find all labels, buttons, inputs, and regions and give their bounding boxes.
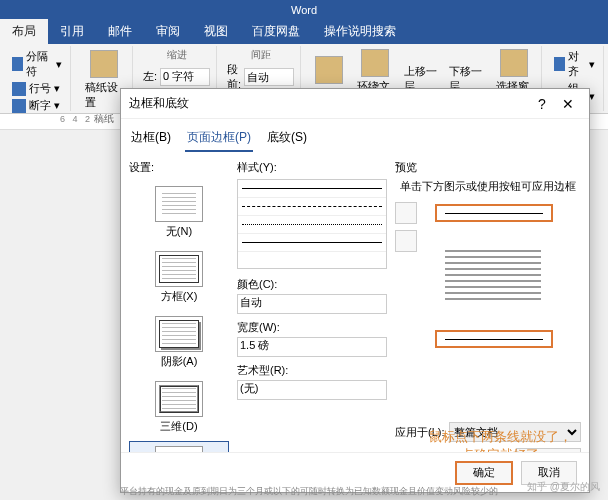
position-icon <box>315 56 343 84</box>
align-icon <box>554 57 565 71</box>
wrap-icon <box>361 49 389 77</box>
preview-header: 预览 <box>395 160 581 175</box>
art-combo[interactable]: (无) <box>237 380 387 400</box>
style-item[interactable] <box>238 198 386 216</box>
setting-box[interactable]: 方框(X) <box>129 246 229 309</box>
setting-3d[interactable]: 三维(D) <box>129 376 229 439</box>
setting-none[interactable]: 无(N) <box>129 181 229 244</box>
indent-group-label: 缩进 <box>143 48 210 62</box>
tab-tell-me[interactable]: 操作说明搜索 <box>312 19 408 44</box>
background-document-text: 平台持有的现金及原到期日为三个月或以下的可随时转换为已知数额现金且价值变动风险较… <box>120 485 498 498</box>
dialog-help-button[interactable]: ? <box>529 91 555 117</box>
preview-caption: 单击下方图示或使用按钮可应用边框 <box>395 179 581 194</box>
preview-text-icon <box>445 250 541 300</box>
annotation: 鼠标点下两条线就没了，点确定就好了 <box>425 428 575 452</box>
align-button[interactable]: 对齐 ▾ <box>552 48 597 80</box>
ribbon-group-breaks: 分隔符 ▾ 行号 ▾ 断字 ▾ <box>4 46 71 111</box>
settings-column: 设置: 无(N) 方框(X) 阴影(A) 三维(D) 自定义(U) <box>129 160 229 444</box>
tab-mail[interactable]: 邮件 <box>96 19 144 44</box>
dialog-body: 设置: 无(N) 方框(X) 阴影(A) 三维(D) 自定义(U) 样式(Y):… <box>121 152 589 452</box>
dialog-tabs: 边框(B) 页面边框(P) 底纹(S) <box>121 119 589 152</box>
paper-icon <box>90 50 118 78</box>
dialog-tab-shading[interactable]: 底纹(S) <box>265 125 309 152</box>
width-label: 宽度(W): <box>237 320 387 335</box>
preview-top-border[interactable] <box>435 204 553 222</box>
separator-button[interactable]: 分隔符 ▾ <box>10 48 64 80</box>
spacing-before-input[interactable] <box>244 68 294 86</box>
art-label: 艺术型(R): <box>237 363 387 378</box>
style-item[interactable] <box>238 234 386 252</box>
width-combo[interactable]: 1.5 磅 <box>237 337 387 357</box>
hyphenation-button[interactable]: 断字 ▾ <box>10 97 64 114</box>
tab-baidu[interactable]: 百度网盘 <box>240 19 312 44</box>
preview-side-buttons <box>395 202 417 352</box>
none-thumb <box>155 186 203 222</box>
spacing-group-label: 间距 <box>227 48 294 62</box>
line-number-button[interactable]: 行号 ▾ <box>10 80 64 97</box>
setting-custom[interactable]: 自定义(U) <box>129 441 229 452</box>
hyphen-icon <box>12 99 26 113</box>
preview-canvas[interactable] <box>421 202 561 352</box>
dialog-tab-border[interactable]: 边框(B) <box>129 125 173 152</box>
style-column: 样式(Y): 颜色(C):自动 宽度(W):1.5 磅 艺术型(R):(无) <box>237 160 387 444</box>
title-bar: Word <box>0 0 608 20</box>
dialog-tab-page-border[interactable]: 页面边框(P) <box>185 125 253 152</box>
dialog-close-button[interactable]: ✕ <box>555 91 581 117</box>
threeD-thumb <box>155 381 203 417</box>
preview-bottom-border[interactable] <box>435 330 553 348</box>
ribbon-tabs: 布局 引用 邮件 审阅 视图 百度网盘 操作说明搜索 <box>0 20 608 44</box>
custom-thumb <box>155 446 203 452</box>
dialog-titlebar: 边框和底纹 ? ✕ <box>121 89 589 119</box>
tab-layout[interactable]: 布局 <box>0 19 48 44</box>
watermark: 知乎 @夏尔的风 <box>527 480 600 494</box>
line-no-icon <box>12 82 26 96</box>
setting-shadow[interactable]: 阴影(A) <box>129 311 229 374</box>
tab-view[interactable]: 视图 <box>192 19 240 44</box>
style-list[interactable] <box>237 179 387 269</box>
dialog-title-text: 边框和底纹 <box>129 95 189 112</box>
tab-review[interactable]: 审阅 <box>144 19 192 44</box>
ok-button[interactable]: 确定 <box>455 461 513 485</box>
color-combo[interactable]: 自动 <box>237 294 387 314</box>
break-icon <box>12 57 23 71</box>
style-item[interactable] <box>238 180 386 198</box>
settings-header: 设置: <box>129 160 229 175</box>
borders-shading-dialog: 边框和底纹 ? ✕ 边框(B) 页面边框(P) 底纹(S) 设置: 无(N) 方… <box>120 88 590 493</box>
style-item[interactable] <box>238 216 386 234</box>
tab-references[interactable]: 引用 <box>48 19 96 44</box>
preview-bottom-button[interactable] <box>395 230 417 252</box>
preview-column: 预览 单击下方图示或使用按钮可应用边框 鼠标点下两条线就没了，点确定就好了 应用… <box>395 160 581 444</box>
shadow-thumb <box>155 316 203 352</box>
box-thumb <box>155 251 203 287</box>
indent-left-label: 左: <box>143 69 157 84</box>
selection-icon <box>500 49 528 77</box>
color-label: 颜色(C): <box>237 277 387 292</box>
indent-left-input[interactable] <box>160 68 210 86</box>
style-header: 样式(Y): <box>237 160 387 175</box>
preview-top-button[interactable] <box>395 202 417 224</box>
